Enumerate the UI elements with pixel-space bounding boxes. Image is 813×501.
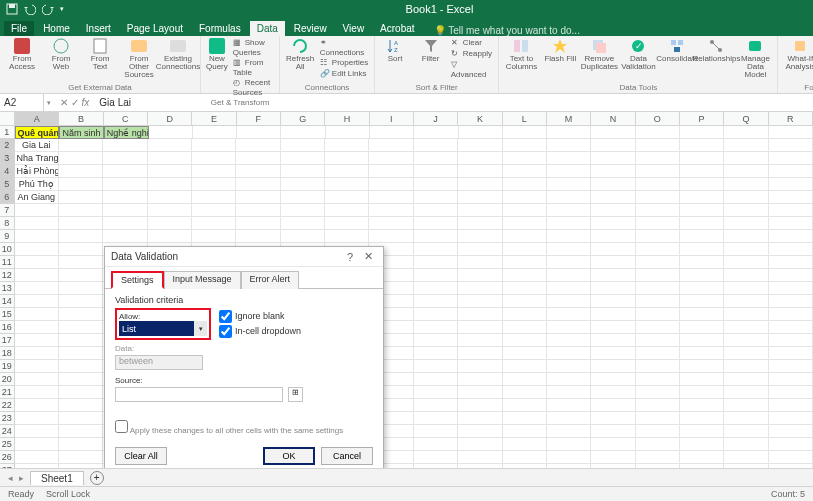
cell[interactable] (458, 373, 502, 386)
cell[interactable]: Phú Thọ (15, 178, 59, 191)
cell[interactable] (148, 217, 192, 230)
column-header[interactable]: F (237, 112, 281, 125)
cell[interactable] (414, 139, 458, 152)
cell[interactable] (192, 152, 236, 165)
tab-data[interactable]: Data (250, 21, 285, 36)
manage-data-model-button[interactable]: Manage Data Model (738, 38, 772, 79)
chevron-down-icon[interactable]: ▾ (194, 321, 207, 336)
cell[interactable] (458, 139, 502, 152)
cell[interactable] (503, 308, 547, 321)
column-header[interactable]: I (370, 112, 414, 125)
cell[interactable] (15, 256, 59, 269)
cell[interactable] (547, 269, 591, 282)
cell[interactable] (503, 282, 547, 295)
source-input[interactable] (115, 387, 283, 402)
cell[interactable] (369, 217, 413, 230)
clear-filter-button[interactable]: ✕Clear (451, 38, 494, 48)
cell[interactable] (458, 191, 502, 204)
from-access-button[interactable]: From Access (5, 38, 39, 71)
cell[interactable] (591, 334, 635, 347)
cell[interactable] (369, 152, 413, 165)
cell[interactable] (325, 217, 369, 230)
cell[interactable] (192, 139, 236, 152)
cell[interactable] (458, 178, 502, 191)
cell[interactable] (547, 256, 591, 269)
cell[interactable] (414, 321, 458, 334)
cell[interactable] (636, 425, 680, 438)
cell[interactable] (591, 373, 635, 386)
column-header[interactable]: Q (724, 112, 768, 125)
cell[interactable] (724, 269, 768, 282)
cell[interactable]: Nha Trang (15, 152, 59, 165)
cell[interactable] (192, 204, 236, 217)
cell[interactable] (15, 412, 59, 425)
row-header[interactable]: 21 (0, 386, 15, 399)
column-header[interactable]: K (458, 112, 502, 125)
cell[interactable] (724, 126, 768, 139)
sheet-nav-next[interactable]: ▸ (19, 473, 24, 483)
cell[interactable] (769, 334, 813, 347)
cell[interactable] (591, 256, 635, 269)
cell[interactable] (591, 412, 635, 425)
cell[interactable] (458, 334, 502, 347)
cell[interactable] (636, 451, 680, 464)
allow-select[interactable]: List ▾ (119, 321, 207, 336)
cell[interactable] (724, 360, 768, 373)
cell[interactable] (414, 204, 458, 217)
cell[interactable] (458, 269, 502, 282)
cell[interactable] (769, 412, 813, 425)
undo-icon[interactable] (24, 3, 36, 15)
cell[interactable] (15, 269, 59, 282)
cell[interactable] (724, 139, 768, 152)
cell[interactable] (59, 204, 103, 217)
formula-input[interactable]: Gia Lai (95, 97, 813, 108)
cell[interactable] (636, 347, 680, 360)
cell[interactable] (591, 425, 635, 438)
cell[interactable] (769, 438, 813, 451)
column-header[interactable]: A (15, 112, 59, 125)
from-table-button[interactable]: ▥From Table (233, 58, 275, 77)
cell[interactable] (148, 204, 192, 217)
properties-button[interactable]: ☷Properties (320, 58, 369, 68)
cell[interactable] (547, 399, 591, 412)
sheet-nav-prev[interactable]: ◂ (8, 473, 13, 483)
cell[interactable] (724, 438, 768, 451)
advanced-filter-button[interactable]: ▽Advanced (451, 60, 494, 79)
cell[interactable] (414, 178, 458, 191)
cell[interactable] (591, 217, 635, 230)
cell[interactable]: Năm sinh (59, 126, 104, 139)
cell[interactable] (15, 425, 59, 438)
cell[interactable] (724, 217, 768, 230)
cell[interactable] (414, 282, 458, 295)
cell[interactable] (59, 347, 103, 360)
cell[interactable] (680, 360, 724, 373)
cell[interactable] (15, 373, 59, 386)
cell[interactable] (547, 230, 591, 243)
column-header[interactable]: G (281, 112, 325, 125)
tab-review[interactable]: Review (287, 21, 334, 36)
refresh-all-button[interactable]: Refresh All (285, 38, 314, 71)
cell[interactable] (724, 373, 768, 386)
row-header[interactable]: 5 (0, 178, 15, 191)
tab-home[interactable]: Home (36, 21, 77, 36)
filter-button[interactable]: Filter (415, 38, 445, 63)
cell[interactable] (636, 295, 680, 308)
cell[interactable] (503, 321, 547, 334)
cell[interactable] (59, 295, 103, 308)
cell[interactable] (325, 165, 369, 178)
cell[interactable] (503, 243, 547, 256)
cell[interactable] (148, 178, 192, 191)
cell[interactable] (458, 204, 502, 217)
cell[interactable] (547, 152, 591, 165)
cell[interactable] (591, 269, 635, 282)
cell[interactable] (680, 204, 724, 217)
cell[interactable] (680, 178, 724, 191)
range-select-icon[interactable]: ⊞ (288, 387, 303, 402)
row-header[interactable]: 9 (0, 230, 15, 243)
cell[interactable] (192, 230, 236, 243)
cell[interactable] (547, 334, 591, 347)
cell[interactable] (591, 308, 635, 321)
cell[interactable] (547, 425, 591, 438)
row-header[interactable]: 19 (0, 360, 15, 373)
cell[interactable] (103, 152, 147, 165)
